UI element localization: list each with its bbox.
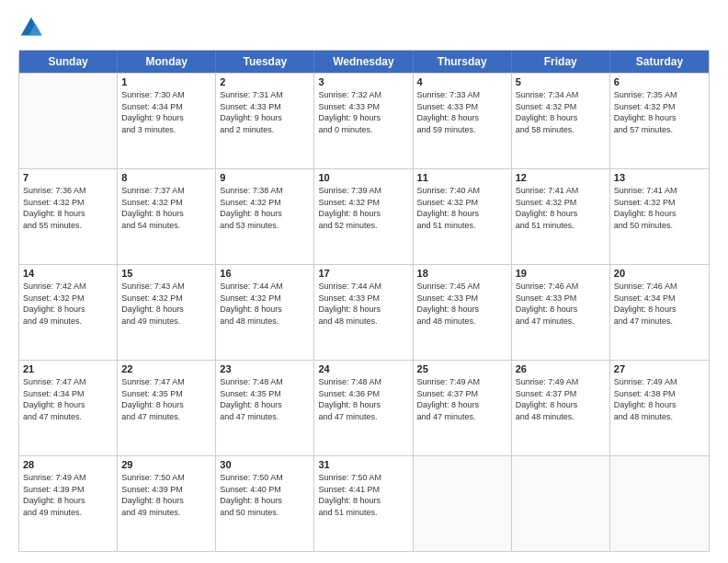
day-cell-31: 31Sunrise: 7:50 AMSunset: 4:41 PMDayligh… bbox=[314, 456, 413, 551]
calendar: SundayMondayTuesdayWednesdayThursdayFrid… bbox=[18, 50, 710, 552]
day-number: 8 bbox=[121, 172, 211, 183]
empty-cell bbox=[414, 456, 512, 551]
day-number: 28 bbox=[23, 459, 113, 470]
week-row-2: 7Sunrise: 7:36 AMSunset: 4:32 PMDaylight… bbox=[19, 168, 709, 264]
day-info: Sunrise: 7:41 AMSunset: 4:32 PMDaylight:… bbox=[614, 185, 705, 231]
day-cell-20: 20Sunrise: 7:46 AMSunset: 4:34 PMDayligh… bbox=[610, 265, 709, 360]
day-cell-7: 7Sunrise: 7:36 AMSunset: 4:32 PMDaylight… bbox=[19, 169, 118, 264]
day-info: Sunrise: 7:50 AMSunset: 4:41 PMDaylight:… bbox=[318, 472, 408, 518]
day-info: Sunrise: 7:44 AMSunset: 4:32 PMDaylight:… bbox=[220, 281, 310, 327]
day-number: 30 bbox=[220, 459, 310, 470]
day-cell-2: 2Sunrise: 7:31 AMSunset: 4:33 PMDaylight… bbox=[216, 74, 314, 168]
day-number: 2 bbox=[220, 76, 310, 87]
day-cell-8: 8Sunrise: 7:37 AMSunset: 4:32 PMDaylight… bbox=[118, 169, 216, 264]
day-info: Sunrise: 7:50 AMSunset: 4:40 PMDaylight:… bbox=[220, 472, 310, 518]
logo bbox=[18, 15, 48, 40]
day-info: Sunrise: 7:32 AMSunset: 4:33 PMDaylight:… bbox=[318, 89, 408, 135]
day-info: Sunrise: 7:46 AMSunset: 4:34 PMDaylight:… bbox=[614, 281, 705, 327]
day-number: 21 bbox=[23, 363, 113, 374]
day-number: 26 bbox=[516, 363, 606, 374]
day-info: Sunrise: 7:47 AMSunset: 4:34 PMDaylight:… bbox=[23, 376, 113, 422]
day-info: Sunrise: 7:49 AMSunset: 4:38 PMDaylight:… bbox=[614, 376, 705, 422]
day-info: Sunrise: 7:49 AMSunset: 4:39 PMDaylight:… bbox=[23, 472, 113, 518]
day-number: 29 bbox=[121, 459, 211, 470]
day-cell-15: 15Sunrise: 7:43 AMSunset: 4:32 PMDayligh… bbox=[118, 265, 216, 360]
day-info: Sunrise: 7:37 AMSunset: 4:32 PMDaylight:… bbox=[121, 185, 211, 231]
day-cell-11: 11Sunrise: 7:40 AMSunset: 4:32 PMDayligh… bbox=[414, 169, 512, 264]
day-info: Sunrise: 7:42 AMSunset: 4:32 PMDaylight:… bbox=[23, 281, 113, 327]
day-number: 9 bbox=[220, 172, 310, 183]
day-number: 13 bbox=[614, 172, 705, 183]
calendar-header: SundayMondayTuesdayWednesdayThursdayFrid… bbox=[19, 51, 709, 73]
day-cell-3: 3Sunrise: 7:32 AMSunset: 4:33 PMDaylight… bbox=[314, 74, 413, 168]
day-number: 6 bbox=[614, 76, 705, 87]
day-number: 5 bbox=[516, 76, 606, 87]
day-number: 31 bbox=[318, 459, 408, 470]
day-cell-19: 19Sunrise: 7:46 AMSunset: 4:33 PMDayligh… bbox=[512, 265, 610, 360]
day-number: 11 bbox=[417, 172, 507, 183]
header-day-sunday: Sunday bbox=[19, 51, 118, 73]
week-row-1: 1Sunrise: 7:30 AMSunset: 4:34 PMDaylight… bbox=[19, 73, 709, 168]
week-row-4: 21Sunrise: 7:47 AMSunset: 4:34 PMDayligh… bbox=[19, 360, 709, 455]
day-info: Sunrise: 7:44 AMSunset: 4:33 PMDaylight:… bbox=[318, 281, 408, 327]
day-cell-23: 23Sunrise: 7:48 AMSunset: 4:35 PMDayligh… bbox=[216, 361, 314, 455]
day-cell-14: 14Sunrise: 7:42 AMSunset: 4:32 PMDayligh… bbox=[19, 265, 118, 360]
day-info: Sunrise: 7:48 AMSunset: 4:35 PMDaylight:… bbox=[220, 376, 310, 422]
header-day-wednesday: Wednesday bbox=[314, 51, 413, 73]
day-info: Sunrise: 7:33 AMSunset: 4:33 PMDaylight:… bbox=[417, 89, 507, 135]
header-day-thursday: Thursday bbox=[414, 51, 512, 73]
day-info: Sunrise: 7:47 AMSunset: 4:35 PMDaylight:… bbox=[121, 376, 211, 422]
day-info: Sunrise: 7:49 AMSunset: 4:37 PMDaylight:… bbox=[516, 376, 606, 422]
day-cell-24: 24Sunrise: 7:48 AMSunset: 4:36 PMDayligh… bbox=[314, 361, 413, 455]
header-day-saturday: Saturday bbox=[610, 51, 709, 73]
day-number: 20 bbox=[614, 268, 705, 279]
day-number: 17 bbox=[318, 268, 408, 279]
day-number: 19 bbox=[516, 268, 606, 279]
day-cell-18: 18Sunrise: 7:45 AMSunset: 4:33 PMDayligh… bbox=[414, 265, 512, 360]
day-number: 12 bbox=[516, 172, 606, 183]
empty-cell bbox=[19, 74, 118, 168]
empty-cell bbox=[610, 456, 709, 551]
day-cell-12: 12Sunrise: 7:41 AMSunset: 4:32 PMDayligh… bbox=[512, 169, 610, 264]
day-number: 16 bbox=[220, 268, 310, 279]
day-number: 27 bbox=[614, 363, 705, 374]
logo-icon bbox=[18, 15, 44, 40]
header bbox=[18, 15, 710, 40]
day-cell-1: 1Sunrise: 7:30 AMSunset: 4:34 PMDaylight… bbox=[118, 74, 216, 168]
day-number: 23 bbox=[220, 363, 310, 374]
day-number: 22 bbox=[121, 363, 211, 374]
day-cell-17: 17Sunrise: 7:44 AMSunset: 4:33 PMDayligh… bbox=[314, 265, 413, 360]
day-number: 7 bbox=[23, 172, 113, 183]
day-cell-28: 28Sunrise: 7:49 AMSunset: 4:39 PMDayligh… bbox=[19, 456, 118, 551]
header-day-friday: Friday bbox=[512, 51, 610, 73]
day-cell-4: 4Sunrise: 7:33 AMSunset: 4:33 PMDaylight… bbox=[414, 74, 512, 168]
day-number: 4 bbox=[417, 76, 507, 87]
day-cell-5: 5Sunrise: 7:34 AMSunset: 4:32 PMDaylight… bbox=[512, 74, 610, 168]
day-info: Sunrise: 7:34 AMSunset: 4:32 PMDaylight:… bbox=[516, 89, 606, 135]
day-info: Sunrise: 7:39 AMSunset: 4:32 PMDaylight:… bbox=[318, 185, 408, 231]
day-cell-22: 22Sunrise: 7:47 AMSunset: 4:35 PMDayligh… bbox=[118, 361, 216, 455]
calendar-body: 1Sunrise: 7:30 AMSunset: 4:34 PMDaylight… bbox=[19, 73, 709, 551]
day-info: Sunrise: 7:49 AMSunset: 4:37 PMDaylight:… bbox=[417, 376, 507, 422]
day-cell-30: 30Sunrise: 7:50 AMSunset: 4:40 PMDayligh… bbox=[216, 456, 314, 551]
day-number: 24 bbox=[318, 363, 408, 374]
day-cell-27: 27Sunrise: 7:49 AMSunset: 4:38 PMDayligh… bbox=[610, 361, 709, 455]
day-info: Sunrise: 7:40 AMSunset: 4:32 PMDaylight:… bbox=[417, 185, 507, 231]
day-number: 14 bbox=[23, 268, 113, 279]
day-cell-21: 21Sunrise: 7:47 AMSunset: 4:34 PMDayligh… bbox=[19, 361, 118, 455]
day-info: Sunrise: 7:50 AMSunset: 4:39 PMDaylight:… bbox=[121, 472, 211, 518]
day-cell-29: 29Sunrise: 7:50 AMSunset: 4:39 PMDayligh… bbox=[118, 456, 216, 551]
day-info: Sunrise: 7:41 AMSunset: 4:32 PMDaylight:… bbox=[516, 185, 606, 231]
empty-cell bbox=[512, 456, 610, 551]
day-info: Sunrise: 7:43 AMSunset: 4:32 PMDaylight:… bbox=[121, 281, 211, 327]
day-cell-9: 9Sunrise: 7:38 AMSunset: 4:32 PMDaylight… bbox=[216, 169, 314, 264]
day-number: 3 bbox=[318, 76, 408, 87]
day-cell-16: 16Sunrise: 7:44 AMSunset: 4:32 PMDayligh… bbox=[216, 265, 314, 360]
day-number: 1 bbox=[121, 76, 211, 87]
header-day-monday: Monday bbox=[118, 51, 216, 73]
day-info: Sunrise: 7:46 AMSunset: 4:33 PMDaylight:… bbox=[516, 281, 606, 327]
day-info: Sunrise: 7:45 AMSunset: 4:33 PMDaylight:… bbox=[417, 281, 507, 327]
day-info: Sunrise: 7:30 AMSunset: 4:34 PMDaylight:… bbox=[121, 89, 211, 135]
page: SundayMondayTuesdayWednesdayThursdayFrid… bbox=[0, 0, 728, 563]
day-cell-6: 6Sunrise: 7:35 AMSunset: 4:32 PMDaylight… bbox=[610, 74, 709, 168]
